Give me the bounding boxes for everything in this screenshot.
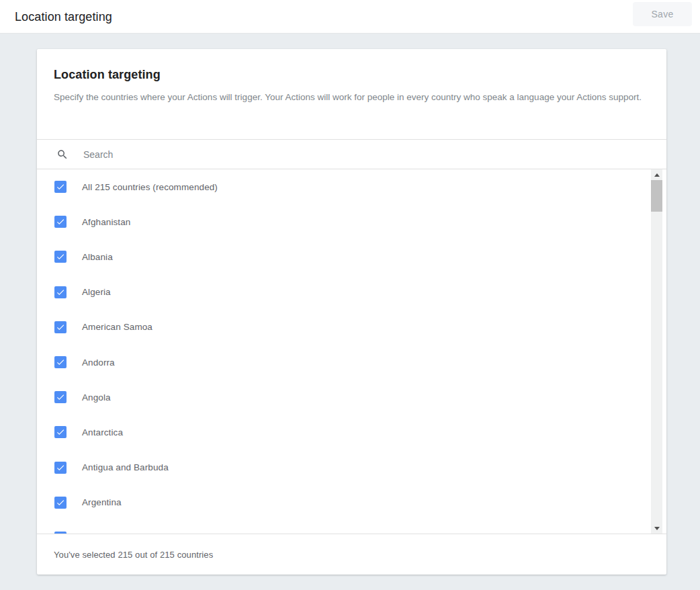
checkmark-icon	[56, 182, 65, 192]
country-list: All 215 countries (recommended) Afghanis…	[37, 169, 666, 534]
scroll-up-button[interactable]	[651, 169, 662, 179]
country-row[interactable]: Angola	[37, 380, 666, 415]
checkmark-icon	[56, 427, 65, 437]
checkmark-icon	[56, 498, 65, 507]
search-input[interactable]	[83, 148, 650, 161]
country-row[interactable]	[37, 520, 666, 534]
up-arrow-icon	[654, 173, 660, 177]
country-label: American Samoa	[82, 322, 152, 332]
country-checkbox[interactable]	[54, 497, 67, 509]
country-row[interactable]: Antarctica	[37, 415, 666, 450]
country-row[interactable]: All 215 countries (recommended)	[37, 169, 666, 204]
checkmark-icon	[56, 357, 65, 367]
country-label: Argentina	[82, 497, 122, 507]
country-row[interactable]: Albania	[37, 239, 666, 274]
search-bar	[37, 139, 666, 169]
checkmark-icon	[56, 252, 65, 261]
checkmark-icon	[56, 392, 65, 402]
country-row[interactable]: Algeria	[37, 275, 666, 310]
country-checkbox[interactable]	[54, 426, 67, 438]
country-checkbox[interactable]	[54, 391, 67, 403]
topbar: Location targeting Save	[0, 0, 700, 34]
location-targeting-card: Location targeting Specify the countries…	[37, 49, 666, 575]
search-icon	[56, 149, 69, 161]
country-checkbox[interactable]	[54, 181, 67, 193]
country-checkbox[interactable]	[54, 462, 67, 474]
card-description: Specify the countries where your Actions…	[54, 91, 650, 104]
checkmark-icon	[56, 463, 65, 472]
country-checkbox[interactable]	[54, 216, 67, 228]
checkmark-icon	[56, 323, 65, 332]
country-label: Algeria	[82, 287, 111, 297]
selection-status: You've selected 215 out of 215 countries	[54, 550, 213, 560]
country-checkbox[interactable]	[54, 321, 67, 333]
country-label: All 215 countries (recommended)	[82, 182, 218, 192]
country-row[interactable]: Antigua and Barbuda	[37, 450, 666, 485]
checkmark-icon	[56, 288, 65, 297]
country-row[interactable]: Afghanistan	[37, 204, 666, 239]
card-footer: You've selected 215 out of 215 countries	[37, 534, 666, 575]
country-checkbox[interactable]	[54, 532, 67, 534]
scrollbar[interactable]	[651, 169, 662, 534]
checkmark-icon	[56, 217, 65, 226]
country-row[interactable]: Argentina	[37, 485, 666, 520]
card-title: Location targeting	[54, 68, 650, 82]
country-label: Antarctica	[82, 427, 123, 437]
country-checkbox[interactable]	[54, 251, 67, 263]
country-label: Antigua and Barbuda	[82, 462, 169, 472]
country-checkbox[interactable]	[54, 286, 67, 298]
country-checkbox[interactable]	[54, 356, 67, 368]
save-button[interactable]: Save	[633, 2, 692, 26]
country-label: Andorra	[82, 357, 115, 368]
scroll-thumb[interactable]	[651, 180, 662, 212]
scroll-down-button[interactable]	[651, 523, 662, 534]
country-row[interactable]: Andorra	[37, 345, 666, 380]
country-label: Albania	[82, 252, 113, 262]
country-label: Afghanistan	[82, 217, 130, 227]
down-arrow-icon	[654, 527, 660, 530]
country-row[interactable]: American Samoa	[37, 310, 666, 345]
page-title: Location targeting	[15, 0, 112, 34]
country-label: Angola	[82, 392, 111, 403]
checkmark-icon	[56, 533, 65, 534]
card-header: Location targeting Specify the countries…	[37, 49, 666, 139]
